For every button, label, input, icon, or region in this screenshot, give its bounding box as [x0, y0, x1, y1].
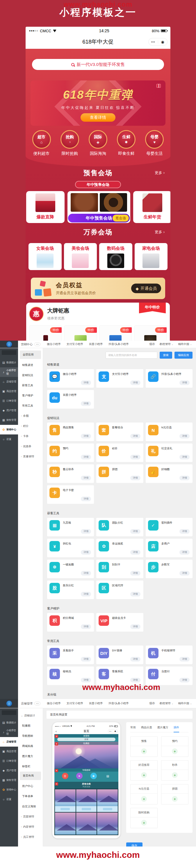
app-card[interactable]: ▦ 九宫格 详情 — [47, 518, 94, 536]
subnav-group-item[interactable]: 积分 — [18, 421, 43, 431]
add-plugin-button[interactable]: + — [131, 746, 157, 756]
app-card[interactable]: 💬 微信小程序 详情 — [47, 369, 94, 388]
app-card[interactable]: du 百度小程序 详情 — [47, 390, 94, 409]
topbar-menu-label[interactable]: 营销中心 — [21, 342, 33, 346]
preview-navicons-block[interactable]: ✕ 导航图标 ☰✦❀▤ — [54, 768, 118, 782]
subnav-item-orderform[interactable]: 下单表单 — [18, 791, 43, 802]
detail-button[interactable]: 详情 — [81, 401, 91, 406]
detail-button[interactable]: 详情 — [81, 476, 91, 480]
preview-grid-tile[interactable] — [97, 789, 118, 812]
app-card[interactable]: 客 客服系统 详情 — [96, 666, 143, 685]
app-logo[interactable]: ⌂ — [0, 341, 18, 348]
detail-button[interactable]: 详情 — [81, 657, 91, 661]
detail-button[interactable]: 详情 — [81, 678, 91, 682]
category-item[interactable]: 抢购◔ 限时抢购 — [56, 130, 83, 156]
category-circle[interactable]: 抢购◔ — [60, 130, 79, 149]
subnav-group-item[interactable]: 员工管理 — [18, 832, 43, 842]
vip-banner[interactable]: 会员权益 开通会员立享超低会员价 ◆ 开通会员 — [31, 278, 165, 299]
hall-card[interactable]: 女装会场 — [28, 243, 62, 270]
add-plugin-button[interactable]: + — [161, 770, 188, 780]
subnav-item-sales[interactable]: 销售渠道 — [18, 360, 43, 370]
detail-button[interactable]: 详情 — [81, 529, 91, 534]
detail-button[interactable]: 详情 — [130, 476, 140, 480]
product-card[interactable]: 生鲜年货 — [133, 191, 170, 223]
detail-button[interactable]: 详情 — [179, 455, 190, 459]
preview-search-block[interactable]: ✕ 搜索框 搜索 — [54, 734, 118, 742]
detail-button[interactable]: 详情 — [130, 571, 140, 576]
topbar-tab[interactable]: 微信小程序 — [47, 702, 61, 705]
delete-icon[interactable]: ✕ — [55, 742, 58, 745]
category-item[interactable]: 国际◈ 国际海淘 — [85, 130, 111, 156]
topbar-tab[interactable]: 百度小程序 — [89, 702, 103, 705]
detail-button[interactable]: 详情 — [179, 380, 190, 385]
delete-icon[interactable]: ✕ — [55, 782, 58, 785]
app-card[interactable]: 价 砍价 详情 — [96, 443, 143, 462]
save-button[interactable]: 保存 — [126, 842, 142, 846]
delete-icon[interactable]: ✕ — [55, 769, 58, 772]
app-card[interactable]: 卡 电子卡密 详情 — [47, 485, 94, 504]
subnav-group-item[interactable]: 卡券 — [18, 431, 43, 441]
detail-button[interactable]: 详情 — [130, 455, 140, 459]
sidebar-item-marketing[interactable]: ✿营销中心 — [0, 425, 18, 434]
detail-button[interactable]: 详情 — [81, 571, 91, 576]
app-card[interactable]: 区 区域代理 详情 — [96, 581, 143, 599]
add-plugin-button[interactable]: + — [161, 794, 188, 804]
app-card[interactable]: 机 手机端管理 详情 — [146, 646, 193, 664]
app-logo[interactable]: ⌂ — [0, 699, 18, 708]
add-plugin-button[interactable]: + — [161, 746, 188, 756]
detail-button[interactable]: 详情 — [179, 571, 190, 576]
app-card[interactable]: ✿ 幸运抽奖 详情 — [96, 539, 143, 557]
app-card[interactable]: DIY DIY装修 详情 — [96, 646, 143, 664]
topbar-tab[interactable]: 抖音/头条小程序 — [109, 702, 129, 705]
detail-button[interactable]: 详情 — [81, 434, 91, 438]
preview-grid-tile[interactable] — [97, 812, 118, 835]
app-card[interactable]: ✓ 签到插件 详情 — [146, 518, 193, 536]
sidebar-item-stats[interactable]: ▤数据统计 — [0, 718, 18, 727]
sidebar-item-shop[interactable]: ⌂店铺管理 — [0, 377, 18, 386]
category-item[interactable]: 生鲜✹ 即食生鲜 — [113, 130, 140, 156]
topbar-tab[interactable]: 支付宝小程序 — [66, 342, 83, 346]
back-icon[interactable]: ‹ — [56, 730, 57, 733]
hall-card[interactable]: 美妆会场 — [64, 243, 97, 270]
search-bar[interactable]: 新一代V3.0智能手环发售 — [32, 59, 164, 70]
app-card[interactable]: ¥ 拆红包 详情 — [47, 539, 94, 557]
sidebar-item-marketing[interactable]: ✿营销中心 — [0, 785, 18, 795]
sidebar-item-shop[interactable]: ⌂店铺管理 — [0, 737, 18, 747]
sidebar-item-miniprogram[interactable]: ♪小程序管理 — [0, 367, 18, 377]
subnav-item-tabbar[interactable]: 标签栏 — [18, 762, 43, 772]
collapse-badge[interactable]: << — [34, 342, 40, 346]
preview-grid-tile[interactable] — [76, 812, 97, 835]
view-details-button[interactable]: 查看详情 — [81, 113, 115, 122]
preview-grid-tile[interactable] — [76, 789, 97, 812]
subnav-item-all-apps[interactable]: 全部应用 — [20, 350, 41, 359]
hall-card[interactable]: 数码会场 — [99, 243, 132, 270]
app-card[interactable]: 店 多商户 详情 — [146, 539, 193, 557]
detail-button[interactable]: 详情 — [81, 497, 91, 501]
preview-category-header[interactable]: ✕ 所有分类 列表名称 — [54, 782, 118, 789]
presale-hall-pill[interactable]: 年中预售会场 逛会场 — [68, 214, 130, 222]
subnav-item-home-layout[interactable]: 首页布局 — [20, 772, 41, 780]
app-card[interactable]: 拼 拼团 详情 — [96, 464, 143, 483]
sidebar-item-stats[interactable]: ▤数据统计 — [0, 358, 18, 367]
detail-button[interactable]: 详情 — [130, 657, 140, 661]
sidebar-item-settings[interactable]: ☼设置 — [0, 434, 18, 444]
subnav-group-item[interactable]: 余额 — [18, 411, 43, 421]
app-card[interactable]: VIP 超级会员卡 详情 — [96, 613, 143, 631]
tutorial-dropdown[interactable]: 教程管理 — [160, 702, 174, 705]
hall-tag[interactable]: 逛会场 — [113, 215, 129, 222]
category-circle[interactable]: 国际◈ — [89, 130, 107, 149]
panel-tab[interactable]: 常用 — [130, 726, 136, 733]
detail-button[interactable]: 详情 — [130, 529, 140, 534]
sidebar-item-orders[interactable]: ☰订单管理 — [0, 756, 18, 766]
detail-button[interactable]: 详情 — [179, 476, 190, 480]
detail-button[interactable]: 详情 — [179, 678, 190, 682]
subnav-group-item[interactable]: 内容管理 — [18, 822, 43, 832]
panel-tab[interactable]: 商品分类 — [141, 726, 152, 733]
sidebar-item-orders[interactable]: ☰订单管理 — [0, 396, 18, 406]
app-card[interactable]: 售 商品预售 详情 — [47, 423, 94, 441]
plugin-search-input[interactable] — [106, 352, 157, 359]
subnav-item-navicons[interactable]: 导航图标 — [18, 731, 43, 741]
preview-grid-tile[interactable] — [55, 812, 76, 835]
product-card[interactable]: 年中预售会场 逛会场 — [67, 191, 130, 223]
more-link[interactable]: 更多 › — [155, 170, 165, 176]
